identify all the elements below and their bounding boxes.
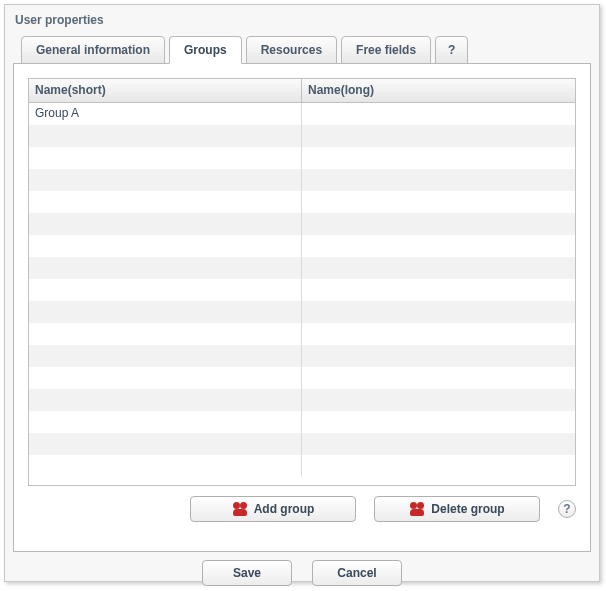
cell-name-long <box>302 323 575 345</box>
cell-name-short <box>29 191 302 213</box>
table-row[interactable] <box>29 169 575 191</box>
cell-name-long <box>302 367 575 389</box>
help-icon[interactable]: ? <box>558 500 576 518</box>
action-row: Add group Delete group ? <box>28 496 576 522</box>
table-row[interactable] <box>29 323 575 345</box>
cell-name-long <box>302 213 575 235</box>
table-row[interactable] <box>29 125 575 147</box>
cell-name-long <box>302 257 575 279</box>
table-row[interactable] <box>29 345 575 367</box>
cell-name-short <box>29 169 302 191</box>
panel-title: User properties <box>13 10 591 35</box>
tab-general-information[interactable]: General information <box>21 36 165 64</box>
people-icon <box>232 502 248 516</box>
cell-name-long <box>302 433 575 455</box>
cell-name-long <box>302 279 575 301</box>
cell-name-long <box>302 455 575 477</box>
cell-name-short <box>29 411 302 433</box>
cell-name-long <box>302 125 575 147</box>
table-row[interactable] <box>29 279 575 301</box>
cell-name-short <box>29 257 302 279</box>
table-row[interactable] <box>29 389 575 411</box>
add-group-button[interactable]: Add group <box>190 496 356 522</box>
cell-name-short <box>29 323 302 345</box>
delete-group-label: Delete group <box>431 502 504 516</box>
cell-name-long <box>302 411 575 433</box>
footer-row: Save Cancel <box>13 560 591 586</box>
tab-content: Name(short) Name(long) Group A Add group… <box>13 63 591 552</box>
table-row[interactable] <box>29 213 575 235</box>
cell-name-long <box>302 235 575 257</box>
column-header-name-short[interactable]: Name(short) <box>29 79 302 102</box>
cell-name-short: Group A <box>29 103 302 125</box>
table-row[interactable] <box>29 433 575 455</box>
tab-row: General information Groups Resources Fre… <box>21 35 591 63</box>
table-row[interactable] <box>29 191 575 213</box>
table-row[interactable] <box>29 411 575 433</box>
tab-resources[interactable]: Resources <box>246 36 337 64</box>
cell-name-long <box>302 301 575 323</box>
table-row[interactable] <box>29 301 575 323</box>
cell-name-short <box>29 235 302 257</box>
cell-name-long <box>302 345 575 367</box>
cell-name-long <box>302 147 575 169</box>
people-icon <box>409 502 425 516</box>
table-row[interactable] <box>29 455 575 477</box>
column-header-name-long[interactable]: Name(long) <box>302 79 575 102</box>
table-row[interactable] <box>29 257 575 279</box>
cell-name-long <box>302 389 575 411</box>
groups-table: Name(short) Name(long) Group A <box>28 78 576 486</box>
cell-name-long <box>302 103 575 125</box>
table-body: Group A <box>29 103 575 486</box>
cell-name-short <box>29 433 302 455</box>
cell-name-short <box>29 125 302 147</box>
user-properties-panel: User properties General information Grou… <box>4 4 600 582</box>
cell-name-short <box>29 367 302 389</box>
cell-name-short <box>29 301 302 323</box>
cell-name-short <box>29 147 302 169</box>
save-button[interactable]: Save <box>202 560 292 586</box>
cancel-button[interactable]: Cancel <box>312 560 402 586</box>
tab-groups[interactable]: Groups <box>169 36 242 64</box>
cell-name-short <box>29 279 302 301</box>
table-row[interactable] <box>29 147 575 169</box>
cell-name-short <box>29 389 302 411</box>
cell-name-short <box>29 455 302 477</box>
tab-free-fields[interactable]: Free fields <box>341 36 431 64</box>
table-header: Name(short) Name(long) <box>29 79 575 103</box>
table-row[interactable] <box>29 367 575 389</box>
table-row[interactable] <box>29 235 575 257</box>
cell-name-short <box>29 345 302 367</box>
tab-help[interactable]: ? <box>435 36 468 64</box>
add-group-label: Add group <box>254 502 315 516</box>
cell-name-short <box>29 213 302 235</box>
button-group: Add group Delete group ? <box>190 496 576 522</box>
cell-name-long <box>302 169 575 191</box>
delete-group-button[interactable]: Delete group <box>374 496 540 522</box>
cell-name-long <box>302 191 575 213</box>
table-row[interactable]: Group A <box>29 103 575 125</box>
